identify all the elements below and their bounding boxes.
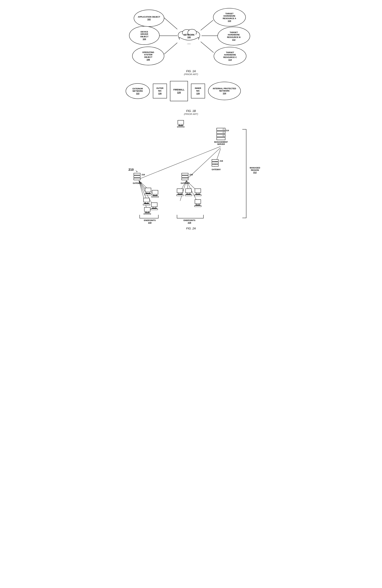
left-endpoint-5: [144, 207, 151, 215]
fig1b-title: FIG. 1B: [124, 109, 258, 113]
outer-nic-node: OUTERNIC 126: [153, 84, 167, 98]
inner-nic-label: INNERNIC: [195, 87, 201, 92]
managed-region-label: MANAGEDREGION212: [248, 167, 261, 174]
outer-nic-ref: 126: [158, 92, 162, 95]
svg-rect-31: [217, 137, 225, 140]
svg-rect-33: [212, 162, 218, 164]
fig1b-diagram: EXTERIORNETWORK 122 OUTERNIC 126 FIREWAL…: [124, 80, 258, 108]
middle-gateway-icon: [181, 173, 189, 182]
computer-svg-1: [144, 188, 152, 195]
svg-line-3: [201, 20, 213, 30]
middle-gateway-svg: [181, 173, 189, 181]
mgmt-server-ref-label: 214: [225, 129, 229, 132]
svg-rect-50: [145, 202, 148, 203]
svg-rect-62: [179, 193, 181, 194]
svg-rect-58: [146, 211, 149, 213]
exterior-network-ref: 122: [136, 92, 139, 95]
device-driver-label: DEVICEDRIVEROBJECT: [140, 31, 149, 38]
svg-rect-39: [182, 176, 188, 177]
system-ref-label: 210: [129, 168, 134, 171]
os-object-label: OPERATINGSYSTEMOBJECT: [142, 51, 154, 59]
svg-rect-56: [151, 209, 158, 210]
inner-nic-ref: 128: [196, 92, 200, 95]
inner-nic-node: INNERNIC 128: [191, 84, 205, 98]
exterior-network-node: EXTERIORNETWORK 122: [126, 83, 150, 99]
management-server-icon: [216, 128, 227, 141]
left-endpoint-1: [144, 188, 152, 196]
svg-rect-74: [180, 124, 182, 126]
left-endpoints-label: ENDPOINTS218: [139, 219, 161, 224]
thr-a-label: TARGETHARDWARERESOURCE A: [223, 12, 236, 20]
upper-gateway-icon: [212, 159, 219, 168]
figure-1a: APPLICATION OBJECT 102 DEVICEDRIVEROBJEC…: [124, 3, 258, 76]
svg-rect-68: [185, 195, 192, 196]
svg-line-0: [164, 18, 179, 30]
svg-rect-45: [152, 190, 158, 194]
svg-line-5: [201, 42, 214, 53]
svg-rect-52: [143, 204, 150, 205]
device-driver-ref: 104: [143, 38, 146, 41]
svg-rect-80: [194, 206, 201, 207]
svg-rect-53: [151, 203, 157, 207]
middle-gateway-ref: 216: [189, 173, 193, 176]
device-driver-node: DEVICEDRIVEROBJECT 104: [129, 26, 159, 45]
network-label: NETWORK: [183, 34, 195, 36]
svg-rect-36: [134, 176, 140, 177]
left-endpoint-2: [151, 190, 159, 198]
computer-svg-9: [177, 120, 185, 128]
server-stack-svg: [216, 128, 227, 140]
fig1a-subtitle: (PRIOR ART): [124, 73, 258, 76]
computer-svg-3: [143, 198, 151, 206]
middle-gateway-label: GATEWAY: [180, 182, 191, 184]
firewall-ref: 120: [177, 91, 181, 94]
thr-a-node: TARGETHARDWARERESOURCE A 110: [213, 8, 246, 26]
left-gateway-icon: [134, 173, 141, 182]
computer-svg-4: [151, 202, 158, 210]
internal-network-ref: 124: [223, 92, 226, 95]
computer-svg-7: [185, 189, 193, 196]
left-gateway-label: GATEWAY: [132, 182, 143, 184]
thr-c-ref: 114: [228, 59, 232, 61]
svg-rect-64: [177, 195, 183, 196]
computer-svg-8: [194, 189, 202, 196]
svg-rect-38: [182, 173, 188, 175]
svg-rect-44: [145, 194, 152, 195]
figure-2a: 210 ↘ 214 MANAGEMENTSERVER 21: [124, 120, 258, 230]
network-ref: 108: [187, 36, 191, 38]
svg-rect-34: [212, 165, 218, 166]
svg-line-2: [164, 42, 179, 54]
svg-rect-69: [195, 189, 201, 193]
middle-endpoint-3: [194, 189, 202, 197]
thr-b-ref: 112: [232, 39, 235, 41]
thr-b-label: TARGETHARDWARERESOURCE B: [227, 31, 241, 39]
svg-rect-46: [154, 194, 156, 195]
svg-rect-37: [134, 178, 140, 180]
upper-gateway-label: GATEWAY: [211, 168, 222, 171]
svg-line-22: [139, 147, 221, 179]
svg-rect-66: [187, 193, 190, 194]
svg-rect-42: [147, 192, 149, 193]
middle-endpoint-5: [194, 199, 202, 208]
svg-rect-77: [195, 200, 201, 204]
computer-svg-6: [176, 189, 184, 196]
thr-a-ref: 110: [228, 20, 231, 22]
thr-c-node: TARGETHARDWARERESOURCE C 114: [214, 47, 246, 65]
app-object-ref: 102: [147, 18, 151, 21]
upper-gateway-svg: [212, 159, 219, 168]
svg-rect-65: [185, 189, 191, 193]
svg-rect-76: [177, 126, 184, 127]
computer-svg-2: [151, 190, 159, 198]
svg-rect-72: [194, 195, 201, 196]
middle-endpoints-label: ENDPOINTS218: [177, 219, 202, 224]
computer-svg-5: [144, 207, 151, 215]
system-arrow: ↘: [135, 169, 138, 173]
middle-endpoint-1: [176, 189, 184, 197]
network-node: NETWORK 108: [177, 27, 201, 45]
internal-network-node: INTERNAL PROTECTEDNETWORK 124: [208, 82, 241, 100]
os-object-ref: 106: [147, 59, 150, 61]
firewall-node: FIREWALL 120: [170, 81, 188, 101]
left-endpoint-3: [143, 198, 151, 206]
svg-rect-73: [178, 120, 184, 124]
computer-svg-10: [194, 199, 202, 207]
fig1a-diagram: APPLICATION OBJECT 102 DEVICEDRIVEROBJEC…: [124, 3, 258, 68]
